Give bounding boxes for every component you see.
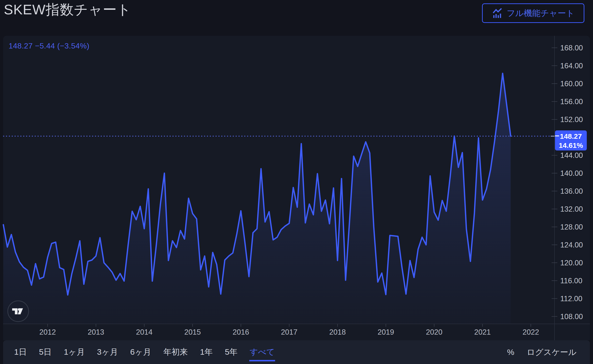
y-axis-label: 136.00 bbox=[560, 187, 583, 195]
y-axis-label: 144.00 bbox=[560, 151, 583, 160]
y-axis-label: 112.00 bbox=[560, 294, 582, 303]
y-axis-label: 108.00 bbox=[560, 312, 583, 321]
page-title: SKEW指数チャート bbox=[4, 0, 131, 19]
chart-icon bbox=[492, 8, 503, 19]
full-featured-chart-button[interactable]: フル機能チャート bbox=[482, 3, 584, 23]
percent-scale-toggle[interactable]: % bbox=[507, 348, 514, 357]
current-price-badge: 148.27 14.61% bbox=[555, 130, 587, 150]
x-axis-label: 2019 bbox=[378, 328, 394, 336]
x-axis-label: 2014 bbox=[136, 328, 153, 336]
tradingview-logo[interactable] bbox=[7, 300, 29, 322]
range-button-5年[interactable]: 5年 bbox=[224, 343, 238, 361]
badge-tick-dash bbox=[555, 136, 559, 136]
range-buttons: 1日5日1ヶ月3ヶ月6ヶ月年初来1年5年すべて bbox=[14, 343, 275, 361]
y-axis-label: 140.00 bbox=[560, 169, 583, 177]
scale-toggles: % ログスケール bbox=[507, 347, 577, 358]
range-button-3ヶ月[interactable]: 3ヶ月 bbox=[97, 343, 119, 361]
log-scale-toggle[interactable]: ログスケール bbox=[527, 347, 577, 358]
range-button-年初来[interactable]: 年初来 bbox=[163, 343, 188, 361]
y-axis-label: 160.00 bbox=[560, 79, 583, 88]
range-button-6ヶ月[interactable]: 6ヶ月 bbox=[130, 343, 152, 361]
skew-index-chart-page: { "header": { "title": "SKEW指数チャート", "fu… bbox=[0, 0, 593, 364]
full-featured-chart-label: フル機能チャート bbox=[507, 8, 575, 19]
x-axis-label: 2017 bbox=[281, 328, 297, 336]
series-area-fill bbox=[3, 73, 511, 324]
x-axis-label: 2018 bbox=[329, 328, 346, 336]
badge-price: 148.27 bbox=[555, 132, 587, 141]
range-button-すべて[interactable]: すべて bbox=[249, 343, 275, 361]
y-axis-label: 120.00 bbox=[560, 259, 583, 267]
x-axis-label: 2016 bbox=[233, 328, 249, 336]
x-axis-label: 2021 bbox=[474, 328, 491, 336]
y-axis-label: 156.00 bbox=[560, 98, 583, 106]
x-axis-label: 2012 bbox=[40, 328, 56, 336]
y-axis-label: 128.00 bbox=[560, 223, 583, 231]
x-axis-label: 2013 bbox=[88, 328, 104, 336]
price-legend: 148.27 −5.44 (−3.54%) bbox=[9, 42, 89, 50]
x-axis-label: 2015 bbox=[184, 328, 201, 336]
y-axis-label: 152.00 bbox=[560, 115, 583, 124]
tradingview-logo-icon bbox=[12, 307, 24, 316]
y-axis-label: 164.00 bbox=[560, 62, 583, 70]
range-button-5日[interactable]: 5日 bbox=[39, 343, 52, 361]
range-button-1日[interactable]: 1日 bbox=[14, 343, 27, 361]
x-axis-label: 2020 bbox=[426, 328, 443, 336]
y-axis-label: 132.00 bbox=[560, 205, 583, 213]
y-axis-label: 124.00 bbox=[560, 241, 583, 249]
range-button-1年[interactable]: 1年 bbox=[200, 343, 213, 361]
y-axis-label: 116.00 bbox=[560, 277, 582, 285]
x-axis-label: 2022 bbox=[523, 328, 539, 336]
badge-percent: 14.61% bbox=[555, 141, 587, 150]
header: SKEW指数チャート フル機能チャート bbox=[0, 0, 593, 36]
price-chart[interactable]: 168.00164.00160.00156.00152.00144.00140.… bbox=[0, 0, 593, 364]
y-axis-label: 168.00 bbox=[560, 44, 583, 52]
range-button-1ヶ月[interactable]: 1ヶ月 bbox=[63, 343, 85, 361]
range-toolbar: 1日5日1ヶ月3ヶ月6ヶ月年初来1年5年すべて % ログスケール bbox=[3, 340, 590, 364]
